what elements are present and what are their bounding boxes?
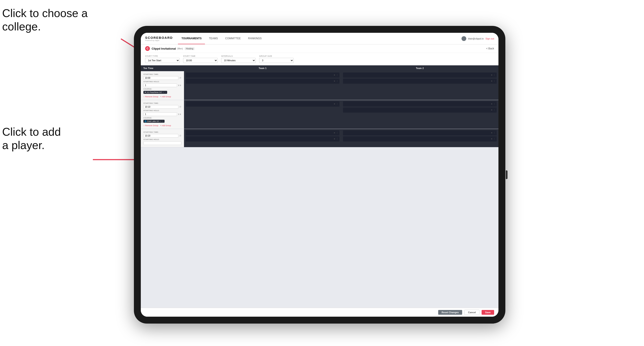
player-slot[interactable]: ✕ ⋮ (343, 79, 497, 84)
player-dots-icon: ⋮ (494, 74, 496, 76)
bottom-bar: Reset Changes Cancel Save (141, 308, 498, 317)
save-button[interactable]: Save (482, 310, 494, 315)
course-edit-2[interactable]: ⋮ (162, 120, 164, 122)
player-x-icon: ✕ (334, 138, 336, 140)
add-group-1[interactable]: + Add Group (160, 96, 171, 98)
player-slot[interactable]: ✕ ⋮ (186, 130, 340, 136)
player-dots-icon: ⋮ (494, 138, 496, 140)
hosting-badge: Hosting (185, 47, 194, 50)
back-button[interactable]: < Back (486, 47, 494, 50)
starting-hole-label: STARTING HOLE: (144, 139, 182, 141)
player-slot[interactable]: ✕ ⋮ (186, 136, 340, 142)
logo-scoreboard: SCOREBOARD (145, 36, 173, 39)
group-team1-2: ✕ ⋮ (184, 100, 341, 129)
player-x-icon: ✕ (491, 80, 492, 82)
start-type-select[interactable]: 1st Tee Start (145, 58, 180, 63)
player-slot[interactable]: ✕ ⋮ (343, 107, 497, 113)
start-type-group: Start Type 1st Tee Start (145, 55, 180, 63)
player-slot[interactable]: ✕ ⋮ (186, 79, 340, 84)
starting-hole-input-3[interactable] (144, 141, 182, 145)
starting-time-label: STARTING TIME: (144, 131, 182, 133)
group-size-select[interactable]: 3 (259, 58, 294, 63)
player-dots-icon: ⋮ (336, 74, 338, 76)
player-dots-icon: ⋮ (336, 132, 338, 134)
starting-hole-input-2[interactable] (144, 112, 177, 116)
player-slot[interactable]: ✕ ⋮ (343, 72, 497, 78)
player-x-icon: ✕ (491, 132, 492, 134)
clock-icon-3: ⏱ (179, 135, 182, 137)
clock-icon-2: ⏱ (179, 106, 182, 108)
start-time-select[interactable]: 10:00 (183, 58, 218, 63)
clippd-logo: C (145, 46, 150, 51)
group-team1-3: ✕ ⋮ ✕ ⋮ (184, 129, 341, 147)
nav-tab-committee[interactable]: COMMITTEE (222, 33, 244, 44)
player-x-icon: ✕ (491, 109, 492, 111)
player-x-icon: ✕ (491, 74, 492, 76)
intervals-label: Intervals (221, 55, 256, 57)
nav-tabs: TOURNAMENTS TEAMS COMMITTEE RANKINGS (178, 33, 265, 44)
intervals-select[interactable]: 10 Minutes (221, 58, 256, 63)
player-dots-icon: ⋮ (336, 103, 338, 105)
group-row: STARTING TIME: ⏱ STARTING HOLE: ✕ ⋮ (141, 129, 498, 147)
starting-time-input-2[interactable] (144, 105, 178, 109)
th-tee-time: Tee Time (141, 65, 184, 71)
remove-group-1[interactable]: ○ Remove Group (144, 96, 158, 98)
player-slot[interactable]: ✕ ⋮ (343, 101, 497, 107)
cancel-button[interactable]: Cancel (464, 310, 480, 315)
starting-hole-input-row: ⬆⬇ (144, 112, 182, 116)
starting-time-input-row: ⏱ (144, 105, 182, 109)
course-edit-1[interactable]: ⋮ (164, 91, 166, 93)
tablet-frame: SCOREBOARD Powered by clippd TOURNAMENTS… (134, 26, 505, 324)
tablet-screen: SCOREBOARD Powered by clippd TOURNAMENTS… (141, 33, 498, 317)
group-left-3: STARTING TIME: ⏱ STARTING HOLE: (141, 129, 184, 147)
player-dots-icon: ⋮ (494, 103, 496, 105)
intervals-group: Intervals 10 Minutes (221, 55, 256, 63)
course-name-2: East Lake GC (147, 120, 160, 122)
course-remove-2[interactable]: × (160, 120, 161, 122)
player-x-icon: ✕ (334, 132, 336, 134)
side-notch (506, 171, 508, 179)
starting-hole-input-1[interactable] (144, 83, 177, 87)
group-team1-1: ✕ ⋮ ✕ ⋮ (184, 71, 341, 100)
nav-right: blair@clippd.io Sign out (462, 36, 494, 41)
clock-icon-1: ⏱ (179, 77, 182, 79)
th-team1: Team 1 (184, 65, 341, 71)
group-left-1: STARTING TIME: ⏱ STARTING HOLE: ⬆⬇ COURS… (141, 71, 184, 100)
reset-changes-button[interactable]: Reset Changes (438, 310, 462, 315)
starting-hole-label: STARTING HOLE: (144, 110, 182, 112)
nav-tab-rankings[interactable]: RANKINGS (245, 33, 265, 44)
nav-bar: SCOREBOARD Powered by clippd TOURNAMENTS… (141, 33, 498, 44)
course-badge-2[interactable]: 🌐 East Lake GC × ⋮ (144, 120, 164, 123)
group-team2-2: ✕ ⋮ ✕ ⋮ (341, 100, 498, 129)
add-group-2[interactable]: + Add Group (160, 125, 171, 127)
nav-tab-teams[interactable]: TEAMS (206, 33, 221, 44)
logo-area: SCOREBOARD Powered by clippd (145, 36, 173, 41)
group-team2-1: ✕ ⋮ ✕ ⋮ (341, 71, 498, 100)
player-slot[interactable]: ✕ ⋮ (186, 72, 340, 78)
logo-powered: Powered by clippd (145, 39, 173, 41)
remove-group-2[interactable]: ○ Remove Group (144, 125, 158, 127)
starting-hole-input-row (144, 141, 182, 145)
start-time-label: Start Time (183, 55, 218, 57)
table-body: STARTING TIME: ⏱ STARTING HOLE: ⬆⬇ COURS… (141, 71, 498, 308)
group-left-2: STARTING TIME: ⏱ STARTING HOLE: ⬆⬇ COURS… (141, 100, 184, 129)
course-remove-1[interactable]: × (163, 91, 164, 93)
player-x-icon: ✕ (334, 74, 336, 76)
starting-time-input-1[interactable] (144, 76, 178, 80)
player-slot[interactable]: ✕ ⋮ (186, 101, 340, 107)
user-avatar (462, 36, 466, 41)
group-size-label: Group Size (259, 55, 294, 57)
course-badge-1[interactable]: ⚑ (A) Peachtree GC × ⋮ (144, 91, 167, 94)
start-time-group: Start Time 10:00 (183, 55, 218, 63)
starting-time-input-row: ⏱ (144, 134, 182, 138)
sign-out-link[interactable]: Sign out (486, 37, 494, 40)
player-slot[interactable]: ✕ ⋮ (343, 130, 497, 136)
player-dots-icon: ⋮ (336, 80, 338, 82)
nav-tab-tournaments[interactable]: TOURNAMENTS (178, 33, 205, 44)
player-slot[interactable]: ✕ ⋮ (343, 136, 497, 142)
player-x-icon: ✕ (491, 138, 492, 140)
course-name-1: (A) Peachtree GC (147, 91, 162, 93)
starting-time-input-3[interactable] (144, 134, 178, 138)
starting-hole-label: STARTING HOLE: (144, 81, 182, 83)
group-row: STARTING TIME: ⏱ STARTING HOLE: ⬆⬇ COURS… (141, 100, 498, 129)
